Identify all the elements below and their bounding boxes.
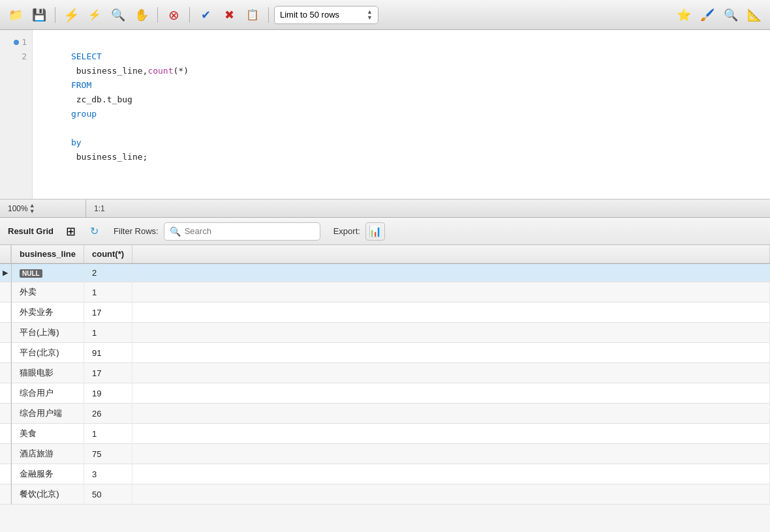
table-row[interactable]: 综合用户端26 <box>0 404 770 424</box>
cell-count: 19 <box>84 383 132 404</box>
export-label: Export: <box>333 226 360 236</box>
line-number-1: 1 <box>0 35 32 50</box>
cell-count: 1 <box>84 282 132 303</box>
row-arrow-cell: ▶ <box>0 263 11 282</box>
cell-business-line: 美食 <box>12 424 84 444</box>
row-arrow-cell <box>0 343 11 363</box>
sql-groupby-col: business_line; <box>71 152 147 162</box>
data-table-wrapper[interactable]: business_line count(*) ▶NULL2外卖1外卖业务17平台… <box>0 245 770 532</box>
result-panel: Result Grid ⊞ ↻ Filter Rows: 🔍 Export: 📊… <box>0 218 770 532</box>
reconnect-button[interactable]: ⊗ <box>163 5 184 25</box>
row-arrow-cell <box>0 424 11 444</box>
cell-empty <box>132 363 770 383</box>
cell-empty <box>132 323 770 343</box>
table-row[interactable]: 外卖1 <box>0 282 770 303</box>
col-business-line-header[interactable]: business_line <box>12 245 84 263</box>
table-row[interactable]: 猫眼电影17 <box>0 363 770 383</box>
cell-empty <box>132 282 770 303</box>
cell-count: 50 <box>84 484 132 505</box>
row-arrow-cell <box>0 383 11 404</box>
line-numbers: 1 2 <box>0 30 33 199</box>
result-table: business_line count(*) ▶NULL2外卖1外卖业务17平台… <box>0 245 770 505</box>
separator-2 <box>157 7 158 23</box>
cell-empty <box>132 464 770 484</box>
limit-rows-selector[interactable]: Limit to 50 rows ▲ ▼ <box>274 6 378 24</box>
execute-button[interactable]: ⚡ <box>61 5 82 25</box>
cell-count: 91 <box>84 343 132 363</box>
row-arrow-cell <box>0 484 11 505</box>
cell-count: 17 <box>84 303 132 323</box>
rollback-button[interactable]: ✖ <box>219 5 239 25</box>
separator-4 <box>268 7 269 23</box>
search-input[interactable] <box>185 226 315 236</box>
table-row[interactable]: 餐饮(北京)50 <box>0 484 770 505</box>
table-row[interactable]: 平台(北京)91 <box>0 343 770 363</box>
cell-empty <box>132 484 770 505</box>
col-arrow-header <box>0 245 11 263</box>
toggle-button[interactable]: 📋 <box>242 5 263 25</box>
main-toolbar: 📁 💾 ⚡ ⚡ 🔍 ✋ ⊗ ✔ ✖ 📋 Limit to 50 rows ▲ ▼… <box>0 0 770 30</box>
kw-group: group <box>71 109 97 119</box>
row-arrow-cell <box>0 404 11 424</box>
cell-business-line: 外卖 <box>12 282 84 303</box>
result-toolbar: Result Grid ⊞ ↻ Filter Rows: 🔍 Export: 📊 <box>0 218 770 245</box>
table-row[interactable]: 酒店旅游75 <box>0 444 770 464</box>
beautify-button[interactable]: 🖌️ <box>697 5 718 25</box>
table-row[interactable]: ▶NULL2 <box>0 263 770 282</box>
sql-line-1: SELECT business_line,count(*) FROM zc_db… <box>40 35 762 179</box>
cell-count: 75 <box>84 444 132 464</box>
search-icon: 🔍 <box>170 226 181 237</box>
save-button[interactable]: 💾 <box>29 5 50 25</box>
table-row[interactable]: 金融服务3 <box>0 464 770 484</box>
zoom-chevrons[interactable]: ▲ ▼ <box>29 203 35 214</box>
line-num-2: 2 <box>22 50 27 64</box>
stop-button[interactable]: ✋ <box>131 5 152 25</box>
cursor-position: 1:1 <box>86 204 105 213</box>
cell-empty <box>132 343 770 363</box>
cell-count: 17 <box>84 363 132 383</box>
zoom-control[interactable]: 100% ▲ ▼ <box>8 200 86 217</box>
cell-business-line: 酒店旅游 <box>12 444 84 464</box>
cell-business-line: 综合用户 <box>12 383 84 404</box>
limit-chevrons: ▲ ▼ <box>367 9 373 21</box>
sql-count-args: (*) <box>174 66 194 76</box>
zoom-value: 100% <box>8 204 28 213</box>
open-file-button[interactable]: 📁 <box>5 5 26 25</box>
cell-business-line: 外卖业务 <box>12 303 84 323</box>
col-count-header[interactable]: count(*) <box>84 245 132 263</box>
zoom-in-button[interactable]: 🔍 <box>720 5 741 25</box>
layout-button[interactable]: 📐 <box>744 5 765 25</box>
cell-business-line: 综合用户端 <box>12 404 84 424</box>
cell-empty <box>132 383 770 404</box>
cell-empty <box>132 263 770 282</box>
sql-space <box>71 123 76 133</box>
sql-editor-content[interactable]: SELECT business_line,count(*) FROM zc_db… <box>33 30 770 199</box>
grid-view-button[interactable]: ⊞ <box>61 222 80 241</box>
line-indicator-dot <box>14 40 19 45</box>
cell-count: 2 <box>84 263 132 282</box>
refresh-button[interactable]: ↻ <box>85 222 103 241</box>
export-button[interactable]: 📊 <box>365 222 385 241</box>
sql-editor-area: 1 2 SELECT business_line,count(*) FROM z… <box>0 30 770 200</box>
sql-line-2 <box>40 179 762 193</box>
row-arrow-cell <box>0 282 11 303</box>
row-arrow-cell <box>0 444 11 464</box>
separator-1 <box>55 7 55 23</box>
favorite-button[interactable]: ⭐ <box>673 5 694 25</box>
search-replace-button[interactable]: 🔍 <box>108 5 129 25</box>
table-row[interactable]: 美食1 <box>0 424 770 444</box>
table-row[interactable]: 平台(上海)1 <box>0 323 770 343</box>
kw-from: FROM <box>71 80 91 90</box>
row-arrow-cell <box>0 323 11 343</box>
status-bar: 100% ▲ ▼ 1:1 <box>0 200 770 218</box>
row-arrow-cell <box>0 464 11 484</box>
table-row[interactable]: 外卖业务17 <box>0 303 770 323</box>
line-number-2: 2 <box>0 50 32 64</box>
col-empty-header <box>132 245 770 263</box>
execute-current-button[interactable]: ⚡ <box>84 5 105 25</box>
table-row[interactable]: 综合用户19 <box>0 383 770 404</box>
commit-button[interactable]: ✔ <box>195 5 216 25</box>
search-box: 🔍 <box>164 222 320 241</box>
cell-empty <box>132 424 770 444</box>
cell-business-line: 平台(上海) <box>12 323 84 343</box>
